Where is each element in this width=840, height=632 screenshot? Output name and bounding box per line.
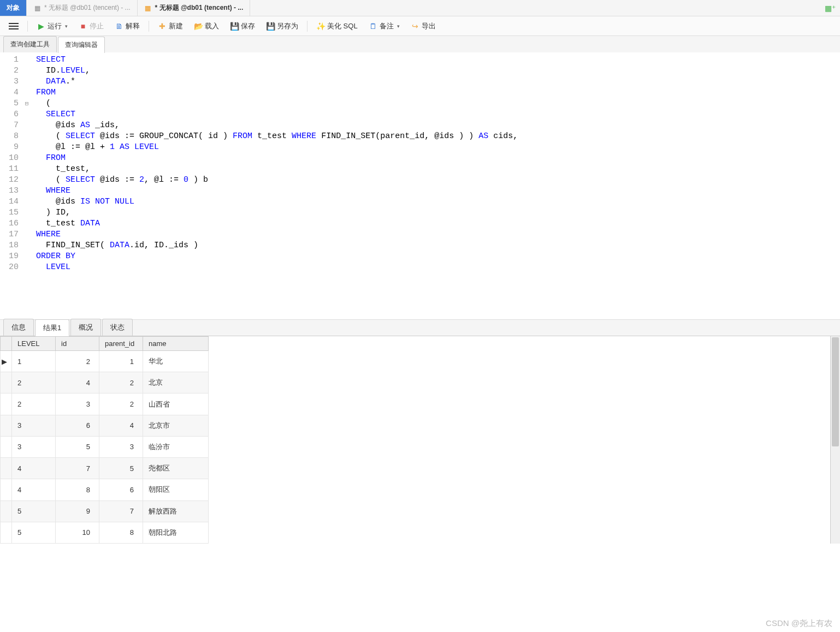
column-header[interactable]: name bbox=[143, 337, 209, 351]
cell[interactable]: 8 bbox=[56, 479, 99, 500]
dropdown-caret-icon: ▾ bbox=[397, 23, 400, 29]
stop-icon: ■ bbox=[79, 22, 87, 31]
play-icon: ▶ bbox=[37, 22, 45, 31]
cell[interactable]: 2 bbox=[99, 393, 143, 415]
cell[interactable]: 3 bbox=[99, 436, 143, 457]
cell[interactable]: 4 bbox=[12, 458, 56, 479]
column-header[interactable]: parent_id bbox=[99, 337, 143, 351]
cell[interactable]: 3 bbox=[56, 393, 99, 415]
cell[interactable]: 临汾市 bbox=[143, 436, 209, 457]
tab-profile[interactable]: 概况 bbox=[70, 319, 101, 336]
column-header[interactable]: LEVEL bbox=[12, 337, 56, 351]
new-icon: ✚ bbox=[158, 22, 167, 31]
save-button[interactable]: 💾保存 bbox=[226, 19, 259, 33]
cell[interactable]: 华北 bbox=[143, 351, 209, 372]
saveas-icon: 💾 bbox=[266, 22, 275, 31]
query-icon: ▦ bbox=[144, 4, 152, 12]
cell[interactable]: 4 bbox=[56, 372, 99, 393]
query-tab-2-label: * 无标题 @db01 (tencent) - ... bbox=[155, 3, 244, 13]
new-tab-button[interactable]: ▦⁺ bbox=[820, 0, 840, 16]
cell[interactable]: 3 bbox=[12, 415, 56, 436]
vertical-scrollbar[interactable] bbox=[830, 336, 840, 544]
cell[interactable]: 5 bbox=[12, 522, 56, 543]
cell[interactable]: 1 bbox=[99, 351, 143, 372]
editor-tabs: 查询创建工具 查询编辑器 bbox=[0, 36, 840, 52]
column-header[interactable]: id bbox=[56, 337, 99, 351]
cell[interactable]: 山西省 bbox=[143, 393, 209, 415]
sql-editor[interactable]: 1234567891011121314151617181920 ⊟ SELECT… bbox=[0, 52, 840, 320]
objects-tab-label: 对象 bbox=[7, 3, 20, 13]
cell[interactable]: 尧都区 bbox=[143, 458, 209, 479]
query-tab-2[interactable]: ▦ * 无标题 @db01 (tencent) - ... bbox=[138, 0, 251, 16]
code-content[interactable]: SELECT ID.LEVEL, DATA.*FROM ( SELECT @id… bbox=[32, 52, 840, 319]
tab-query-builder[interactable]: 查询创建工具 bbox=[3, 36, 57, 52]
wand-icon: ✨ bbox=[316, 22, 325, 31]
line-number-gutter: 1234567891011121314151617181920 bbox=[0, 52, 22, 319]
separator bbox=[27, 21, 28, 32]
cell[interactable]: 4 bbox=[99, 415, 143, 436]
stop-button[interactable]: ■停止 bbox=[74, 19, 108, 33]
cell[interactable]: 6 bbox=[99, 479, 143, 500]
tab-status[interactable]: 状态 bbox=[102, 319, 133, 336]
result-grid-wrap: LEVELidparent_idname ▶121华北242北京232山西省36… bbox=[0, 336, 840, 544]
explain-icon: 🗎 bbox=[115, 22, 123, 31]
beautify-button[interactable]: ✨美化 SQL bbox=[312, 19, 362, 33]
cell[interactable]: 10 bbox=[56, 522, 99, 543]
result-tabs: 信息 结果1 概况 状态 bbox=[0, 320, 840, 336]
objects-tab[interactable]: 对象 bbox=[0, 0, 27, 16]
cell[interactable]: 5 bbox=[99, 458, 143, 479]
table-row[interactable]: 486朝阳区 bbox=[1, 479, 209, 500]
cell[interactable]: 5 bbox=[12, 500, 56, 522]
menu-button[interactable] bbox=[4, 23, 23, 29]
export-button[interactable]: ↪导出 bbox=[406, 19, 440, 33]
cell[interactable]: 1 bbox=[12, 351, 56, 372]
table-row[interactable]: 353临汾市 bbox=[1, 436, 209, 457]
cell[interactable]: 北京 bbox=[143, 372, 209, 393]
toolbar: ▶运行▾ ■停止 🗎解释 ✚新建 📂载入 💾保存 💾另存为 ✨美化 SQL 🗒备… bbox=[0, 16, 840, 36]
cell[interactable]: 3 bbox=[12, 436, 56, 457]
cell[interactable]: 8 bbox=[99, 522, 143, 543]
table-row[interactable]: 5108朝阳北路 bbox=[1, 522, 209, 543]
cell[interactable]: 5 bbox=[56, 436, 99, 457]
cell[interactable]: 6 bbox=[56, 415, 99, 436]
cell[interactable]: 2 bbox=[12, 393, 56, 415]
watermark: CSDN @尧上有农 bbox=[766, 618, 832, 629]
table-row[interactable]: 232山西省 bbox=[1, 393, 209, 415]
query-tab-1[interactable]: ▦ * 无标题 @db01 (tencent) - ... bbox=[27, 0, 138, 16]
saveas-button[interactable]: 💾另存为 bbox=[262, 19, 303, 33]
query-tab-1-label: * 无标题 @db01 (tencent) - ... bbox=[44, 3, 131, 13]
table-row[interactable]: 364北京市 bbox=[1, 415, 209, 436]
plus-icon: ▦⁺ bbox=[826, 4, 835, 13]
cell[interactable]: 朝阳区 bbox=[143, 479, 209, 500]
cell[interactable]: 解放西路 bbox=[143, 500, 209, 522]
table-row[interactable]: 597解放西路 bbox=[1, 500, 209, 522]
load-button[interactable]: 📂载入 bbox=[190, 19, 223, 33]
table-row[interactable]: 475尧都区 bbox=[1, 458, 209, 479]
explain-button[interactable]: 🗎解释 bbox=[110, 19, 144, 33]
cell[interactable]: 9 bbox=[56, 500, 99, 522]
cell[interactable]: 4 bbox=[12, 479, 56, 500]
cell[interactable]: 2 bbox=[56, 351, 99, 372]
cell[interactable]: 7 bbox=[99, 500, 143, 522]
hamburger-icon bbox=[9, 26, 19, 27]
folder-icon: 📂 bbox=[194, 22, 203, 31]
separator bbox=[149, 21, 149, 32]
tab-info[interactable]: 信息 bbox=[3, 319, 34, 336]
cell[interactable]: 2 bbox=[12, 372, 56, 393]
note-icon: 🗒 bbox=[369, 22, 377, 31]
tab-result1[interactable]: 结果1 bbox=[35, 319, 69, 336]
new-button[interactable]: ✚新建 bbox=[153, 19, 187, 33]
window-tabs: 对象 ▦ * 无标题 @db01 (tencent) - ... ▦ * 无标题… bbox=[0, 0, 840, 16]
separator bbox=[307, 21, 307, 32]
cell[interactable]: 朝阳北路 bbox=[143, 522, 209, 543]
cell[interactable]: 北京市 bbox=[143, 415, 209, 436]
notes-button[interactable]: 🗒备注▾ bbox=[364, 19, 404, 33]
table-row[interactable]: ▶121华北 bbox=[1, 351, 209, 372]
cell[interactable]: 2 bbox=[99, 372, 143, 393]
cell[interactable]: 7 bbox=[56, 458, 99, 479]
query-icon: ▦ bbox=[33, 4, 41, 12]
table-row[interactable]: 242北京 bbox=[1, 372, 209, 393]
run-button[interactable]: ▶运行▾ bbox=[32, 19, 72, 33]
result-grid[interactable]: LEVELidparent_idname ▶121华北242北京232山西省36… bbox=[0, 336, 209, 544]
tab-query-editor[interactable]: 查询编辑器 bbox=[58, 37, 105, 53]
